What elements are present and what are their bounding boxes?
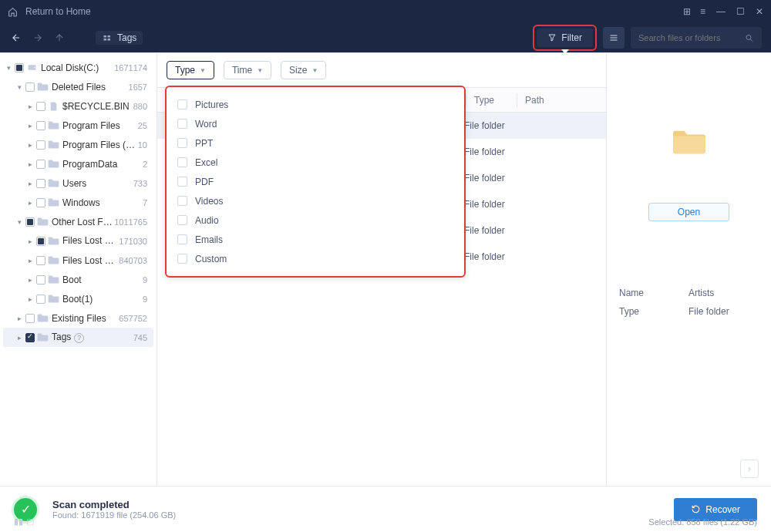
col-path[interactable]: Path [517, 95, 606, 106]
tree-row[interactable]: ▸Windows7 [3, 193, 153, 212]
tree-checkbox[interactable] [36, 275, 45, 285]
back-icon[interactable] [9, 31, 23, 45]
svg-point-4 [746, 35, 751, 39]
option-checkbox[interactable] [177, 234, 187, 244]
expand-icon[interactable]: ▸ [26, 237, 34, 245]
filter-chip[interactable]: Size▼ [281, 61, 326, 79]
forward-icon[interactable] [31, 31, 45, 45]
tree-checkbox[interactable] [25, 82, 35, 92]
expand-icon[interactable]: ▸ [26, 199, 34, 207]
tree-row[interactable]: ▸Boot(1)9 [3, 289, 153, 308]
next-page-icon[interactable]: › [740, 460, 759, 478]
tree-checkbox[interactable] [36, 121, 45, 130]
filter-option[interactable]: Pictures [177, 95, 453, 114]
filter-option[interactable]: Word [177, 114, 453, 133]
return-home-link[interactable]: Return to Home [25, 6, 91, 17]
tree-row[interactable]: ▸Files Lost Original ...840703 [3, 251, 153, 270]
location-pill[interactable]: Tags [96, 31, 143, 45]
tree-row[interactable]: ▾Local Disk(C:)1671174 [3, 58, 153, 77]
minimize-icon[interactable]: — [716, 6, 726, 17]
expand-icon[interactable]: ▸ [26, 103, 34, 110]
filter-chip[interactable]: Time▼ [224, 61, 271, 79]
tree-item-icon [48, 294, 59, 305]
option-checkbox[interactable] [177, 99, 187, 109]
help-icon[interactable]: ? [74, 333, 84, 343]
col-type[interactable]: Type [466, 95, 517, 106]
close-icon[interactable]: ✕ [756, 6, 763, 17]
tree-checkbox[interactable] [36, 102, 45, 111]
expand-icon[interactable]: ▸ [15, 315, 23, 322]
tree-row[interactable]: ▾Deleted Files1657 [3, 77, 153, 96]
expand-icon[interactable]: ▾ [15, 83, 23, 91]
tree-checkbox[interactable] [25, 314, 35, 323]
expand-icon[interactable]: ▸ [26, 141, 34, 149]
filter-chip[interactable]: Type▼ [167, 61, 214, 79]
tree-count: 171030 [119, 237, 147, 246]
grid-icon[interactable]: ⊞ [683, 6, 689, 17]
filter-option[interactable]: PPT [177, 133, 453, 153]
meta-type-val: File folder [689, 306, 729, 317]
option-checkbox[interactable] [177, 254, 187, 264]
tree-row[interactable]: ▸Program Files25 [3, 116, 153, 135]
expand-icon[interactable]: ▸ [26, 276, 34, 284]
filter-option[interactable]: Emails [177, 230, 453, 249]
svg-rect-3 [108, 39, 111, 41]
option-label: Audio [195, 215, 219, 226]
chip-label: Size [289, 65, 307, 76]
filter-option[interactable]: Excel [177, 153, 453, 172]
up-icon[interactable] [52, 31, 66, 45]
tree-checkbox[interactable] [15, 63, 24, 72]
search-input[interactable] [638, 33, 745, 42]
tree-row[interactable]: ▾Other Lost Files1011765 [3, 212, 153, 231]
pause-controls[interactable]: ▮▮▢ [14, 517, 34, 527]
tree-checkbox[interactable] [36, 140, 45, 150]
search-box[interactable] [631, 27, 762, 49]
expand-icon[interactable]: ▾ [15, 218, 23, 226]
expand-icon[interactable]: ▸ [15, 334, 23, 342]
filter-option[interactable]: Custom [177, 249, 453, 268]
tree-row[interactable]: ▸$RECYCLE.BIN880 [3, 96, 153, 116]
menu-icon[interactable]: ≡ [700, 6, 705, 17]
tree-row[interactable]: ▸Users733 [3, 173, 153, 193]
tree-checkbox[interactable] [36, 256, 45, 265]
tree-row[interactable]: ▸Program Files (x86)10 [3, 135, 153, 154]
option-checkbox[interactable] [177, 215, 187, 225]
tree-row[interactable]: ▸ProgramData2 [3, 154, 153, 173]
tree-checkbox[interactable] [36, 237, 45, 246]
filter-option[interactable]: Audio [177, 210, 453, 230]
tree-label: Deleted Files [52, 82, 129, 93]
expand-icon[interactable]: ▾ [5, 64, 12, 72]
tree-checkbox[interactable] [25, 217, 35, 227]
open-button[interactable]: Open [648, 203, 729, 221]
filter-label: Filter [561, 32, 582, 43]
option-checkbox[interactable] [177, 119, 187, 129]
home-icon[interactable] [8, 7, 18, 17]
expand-icon[interactable]: ▸ [26, 122, 34, 130]
tree-row[interactable]: ▸Boot9 [3, 270, 153, 289]
view-toggle[interactable] [603, 27, 625, 49]
tree-row[interactable]: ▸Existing Files657752 [3, 308, 153, 328]
tree-row[interactable]: ▸Tags?745 [3, 328, 153, 347]
tree-label: Windows [62, 197, 143, 208]
filter-button[interactable]: Filter [533, 25, 597, 51]
tree-checkbox[interactable] [36, 179, 45, 188]
option-checkbox[interactable] [177, 138, 187, 148]
expand-icon[interactable]: ▸ [26, 180, 34, 187]
option-checkbox[interactable] [177, 177, 187, 187]
chip-label: Time [232, 65, 252, 76]
tree-checkbox[interactable] [36, 160, 45, 169]
expand-icon[interactable]: ▸ [26, 295, 34, 303]
option-checkbox[interactable] [177, 196, 187, 206]
tree-checkbox[interactable] [36, 295, 45, 304]
tree-checkbox[interactable] [25, 333, 35, 342]
sidebar-tree[interactable]: ▾Local Disk(C:)1671174▾Deleted Files1657… [0, 53, 157, 486]
filter-option[interactable]: Videos [177, 191, 453, 210]
maximize-icon[interactable]: ☐ [736, 6, 745, 17]
option-checkbox[interactable] [177, 157, 187, 167]
tree-checkbox[interactable] [36, 198, 45, 207]
expand-icon[interactable]: ▸ [26, 257, 34, 264]
type-filter-dropdown[interactable]: PicturesWordPPTExcelPDFVideosAudioEmails… [165, 86, 466, 278]
expand-icon[interactable]: ▸ [26, 160, 34, 168]
tree-row[interactable]: ▸Files Lost Origi...?171030 [3, 231, 153, 251]
filter-option[interactable]: PDF [177, 172, 453, 191]
